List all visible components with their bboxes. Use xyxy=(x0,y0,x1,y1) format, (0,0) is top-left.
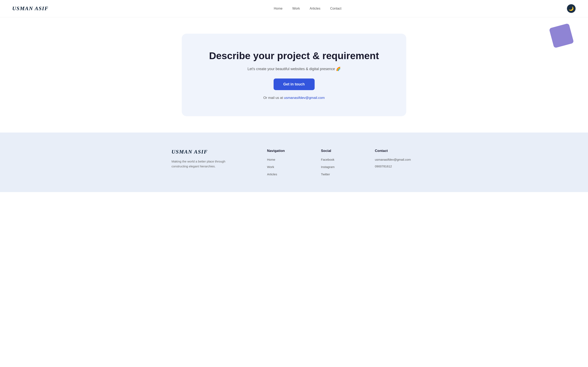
footer-nav-list: Home Work Articles xyxy=(267,158,309,176)
list-item: Work xyxy=(267,165,309,169)
footer-twitter[interactable]: Twitter xyxy=(321,173,330,176)
footer-nav-work[interactable]: Work xyxy=(267,165,274,169)
header: Usman Asif Home Work Articles Contact 🌙 xyxy=(0,0,588,17)
nav-work[interactable]: Work xyxy=(292,7,300,10)
contact-card: Describe your project & requirement Let'… xyxy=(182,34,406,116)
list-item: Articles xyxy=(267,173,309,176)
footer-contact-heading: Contact xyxy=(375,149,416,153)
footer-contact-email: usmanasifdev@gmail.com xyxy=(375,158,416,161)
list-item: Home xyxy=(267,158,309,161)
nav-articles[interactable]: Articles xyxy=(310,7,320,10)
email-link[interactable]: usmanasifdev@gmail.com xyxy=(284,96,325,100)
logo: Usman Asif xyxy=(12,6,48,12)
main-subheading: Let's create your beautiful websites & d… xyxy=(194,67,394,71)
footer-tagline: Making the world a better place through … xyxy=(172,159,233,169)
footer: Usman Asif Making the world a better pla… xyxy=(0,133,588,192)
main-section: Describe your project & requirement Let'… xyxy=(0,17,588,133)
footer-grid: Usman Asif Making the world a better pla… xyxy=(172,149,416,180)
mail-section: Or mail us at usmanasifdev@gmail.com xyxy=(194,96,394,100)
dark-mode-button[interactable]: 🌙 xyxy=(567,4,576,13)
list-item: Twitter xyxy=(321,173,363,176)
footer-logo: Usman Asif xyxy=(172,149,255,155)
moon-icon: 🌙 xyxy=(569,6,574,11)
main-heading: Describe your project & requirement xyxy=(194,50,394,62)
footer-brand: Usman Asif Making the world a better pla… xyxy=(172,149,255,180)
nav-contact[interactable]: Contact xyxy=(330,7,341,10)
mail-prefix: Or mail us at xyxy=(263,96,283,100)
list-item: Facebook xyxy=(321,158,363,161)
decorative-square xyxy=(549,23,574,48)
footer-instagram[interactable]: Instagram xyxy=(321,165,335,169)
footer-facebook[interactable]: Facebook xyxy=(321,158,334,161)
nav-home[interactable]: Home xyxy=(274,7,283,10)
footer-nav-articles[interactable]: Articles xyxy=(267,173,277,176)
list-item: Instagram xyxy=(321,165,363,169)
footer-navigation: Navigation Home Work Articles xyxy=(267,149,309,180)
get-in-touch-button[interactable]: Get in touch xyxy=(274,78,315,90)
footer-social-list: Facebook Instagram Twitter xyxy=(321,158,363,176)
footer-social-heading: Social xyxy=(321,149,363,153)
footer-contact-phone: 0900781612 xyxy=(375,165,416,168)
footer-nav-home[interactable]: Home xyxy=(267,158,275,161)
nav: Home Work Articles Contact xyxy=(274,7,341,10)
footer-nav-heading: Navigation xyxy=(267,149,309,153)
footer-social: Social Facebook Instagram Twitter xyxy=(321,149,363,180)
footer-contact: Contact usmanasifdev@gmail.com 090078161… xyxy=(375,149,416,180)
